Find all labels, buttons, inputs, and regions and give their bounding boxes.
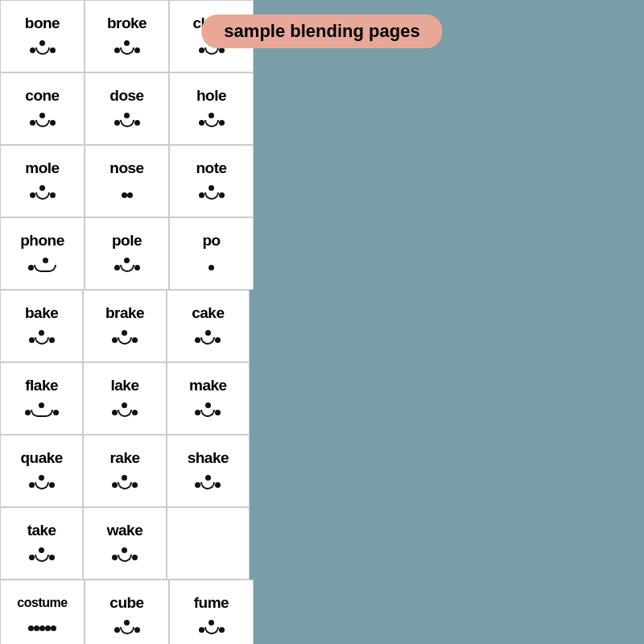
card-nose: nose — [85, 145, 169, 217]
card-broke: broke — [85, 0, 169, 72]
card-cone: cone — [0, 72, 85, 145]
card-flake: flake — [0, 362, 83, 435]
card-wake: wake — [83, 507, 166, 580]
card-mole: mole — [0, 145, 85, 217]
card-dose: dose — [85, 72, 169, 145]
card-costume: costume — [0, 580, 85, 644]
card-bake: bake — [0, 290, 83, 362]
card-hole: hole — [169, 72, 254, 145]
card-make: make — [167, 362, 250, 435]
card-bone: bone — [0, 0, 85, 72]
card-take: take — [0, 507, 83, 580]
card-rake: rake — [83, 435, 166, 507]
card-shake: shake — [167, 435, 250, 507]
card-cake: cake — [167, 290, 250, 362]
card-empty-topright — [167, 507, 250, 580]
card-cube: cube — [85, 580, 169, 644]
card-brake: brake — [83, 290, 166, 362]
card-phone: phone — [0, 217, 85, 290]
grid-middle: costume cube fume — [0, 580, 254, 644]
card-po-partial: po — [169, 217, 254, 290]
card-fume: fume — [169, 580, 254, 644]
grid-topright: bake brake cake flake — [0, 290, 250, 580]
card-pole: pole — [85, 217, 169, 290]
card-quake: quake — [0, 435, 83, 507]
card-note: note — [169, 145, 254, 217]
card-lake: lake — [83, 362, 166, 435]
title-badge: sample blending pages — [201, 14, 442, 48]
